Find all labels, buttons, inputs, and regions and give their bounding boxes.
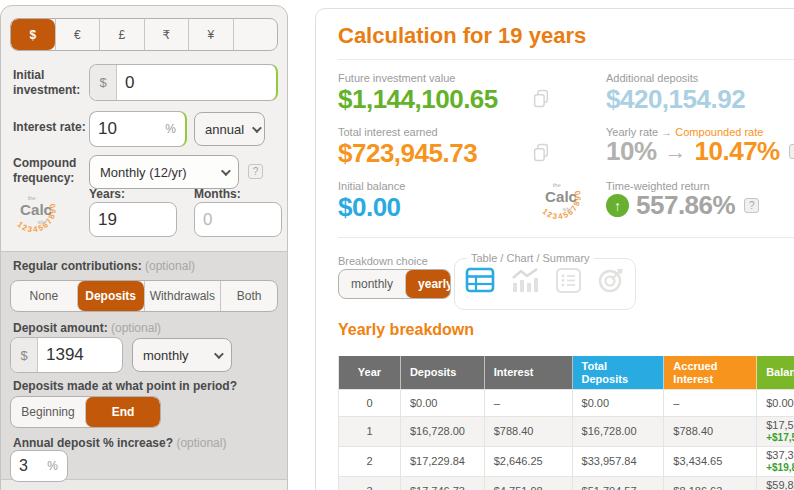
interest-rate-label: Interest rate: [13, 120, 86, 135]
percent-suffix: % [165, 122, 176, 136]
table-icon[interactable] [465, 267, 495, 294]
cell-balance: $59,891.28 +$22,498.71 [757, 477, 794, 490]
currency-tab-rupee[interactable]: ₹ [144, 19, 189, 50]
cell-year: 1 [339, 417, 401, 446]
calculator-settings-sidebar: $ € £ ₹ ¥ Initial investment: $ Interest… [0, 5, 288, 490]
cell-total-deposits: $33,957.84 [573, 447, 665, 476]
contribution-option-none[interactable]: None [11, 281, 77, 311]
cell-interest: $788.40 [485, 417, 573, 446]
cell-interest: – [485, 390, 573, 416]
months-label: Months: [194, 187, 241, 202]
cell-accrued-interest: $8,186.63 [664, 477, 757, 490]
table-row: 0 $0.00 – $0.00 – $0.00 [339, 390, 794, 417]
contribution-option-withdrawals[interactable]: Withdrawals [144, 281, 221, 311]
balance-value: $0.00 [766, 397, 794, 410]
deposit-amount-input[interactable] [38, 338, 122, 372]
time-weighted-return-help-icon[interactable]: ? [744, 198, 759, 213]
deposit-frequency-select[interactable]: monthly [132, 338, 232, 372]
initial-balance-label: Initial balance [338, 180, 405, 192]
cell-deposits: $0.00 [401, 390, 485, 416]
copy-icon[interactable] [532, 143, 551, 162]
currency-tab-pound[interactable]: £ [99, 19, 144, 50]
col-header-deposits: Deposits [401, 356, 485, 389]
time-weighted-return-value: 557.86% [636, 190, 735, 221]
currency-tab-dollar[interactable]: $ [11, 19, 55, 50]
cell-year: 3 [339, 477, 401, 490]
currency-tabs: $ € £ ₹ ¥ [10, 18, 278, 51]
additional-deposits-value: $420,154.92 [606, 84, 745, 115]
timing-option-end[interactable]: End [85, 397, 160, 427]
cell-total-deposits: $0.00 [573, 390, 665, 416]
interest-period-select[interactable]: annual [194, 112, 265, 146]
view-switcher-label: Table / Chart / Summary [467, 252, 594, 264]
currency-tab-yen[interactable]: ¥ [188, 19, 233, 50]
copy-icon[interactable] [532, 89, 551, 108]
rates-values: 10% → 10.47% ? [606, 136, 794, 167]
currency-prefix: $ [11, 338, 38, 372]
deposit-timing-label: Deposits made at what point in period? [13, 379, 283, 394]
logo-site: site [562, 206, 572, 212]
target-icon[interactable] [597, 267, 625, 294]
compound-frequency-value: Monthly (12/yr) [100, 165, 187, 180]
future-value: $1,144,100.65 [338, 84, 498, 115]
table-row: 1 $16,728.00 $788.40 $16,728.00 $788.40 … [339, 417, 794, 447]
balance-value: $59,891.28 [766, 479, 794, 490]
cell-total-deposits: $16,728.00 [573, 417, 665, 446]
logo-name: Calc [545, 188, 577, 205]
cell-year: 0 [339, 390, 401, 416]
cell-balance: $0.00 [757, 390, 794, 416]
annual-increase-input[interactable] [11, 451, 67, 481]
years-group [89, 202, 177, 237]
currency-tab-blank[interactable] [233, 19, 278, 50]
deposit-amount-label-text: Deposit amount: [13, 321, 108, 335]
future-value-label: Future investment value [338, 72, 455, 84]
col-header-balance: Balance [757, 356, 794, 389]
contribution-option-both[interactable]: Both [220, 281, 277, 311]
divider [338, 59, 794, 60]
logo-name: Calc [20, 201, 52, 218]
balance-change: +$17,516.40 [766, 432, 794, 444]
compound-frequency-select[interactable]: Monthly (12/yr) [89, 155, 239, 189]
chevron-down-icon [252, 123, 262, 133]
initial-investment-input[interactable] [117, 65, 276, 100]
interest-rate-group: % [89, 111, 187, 147]
cell-total-deposits: $51,704.57 [573, 477, 665, 490]
cell-balance: $17,516.40 +$17,516.40 [757, 417, 794, 446]
currency-tab-euro[interactable]: € [55, 19, 100, 50]
deposit-amount-label: Deposit amount: (optional) [13, 321, 161, 336]
logo-site: site [37, 219, 47, 225]
arrow-right-icon: → [665, 139, 687, 165]
cell-interest: $4,751.98 [485, 477, 573, 490]
months-input[interactable] [195, 203, 281, 236]
compound-frequency-help-icon[interactable]: ? [248, 164, 263, 179]
cell-year: 2 [339, 447, 401, 476]
years-input[interactable] [90, 203, 176, 236]
balance-value: $17,516.40 [766, 419, 794, 432]
up-arrow-icon: ↑ [606, 194, 629, 217]
table-header-row: Year Deposits Interest Total Deposits Ac… [339, 356, 794, 390]
table-row: 3 $17,746.73 $4,751.98 $51,704.57 $8,186… [339, 477, 794, 490]
compounded-rate-help-icon[interactable]: ? [789, 144, 794, 159]
summary-list-icon[interactable] [555, 267, 582, 294]
time-weighted-return-row: ↑ 557.86% ? [606, 190, 759, 221]
timing-option-beginning[interactable]: Beginning [11, 397, 85, 427]
col-header-year: Year [339, 356, 401, 389]
breakdown-yearly-option[interactable]: yearly [405, 270, 451, 298]
col-header-accrued-interest: Accrued Interest [664, 356, 757, 389]
cell-deposits: $16,728.00 [401, 417, 485, 446]
divider [338, 237, 794, 238]
breakdown-period-toggle: monthly yearly [338, 269, 451, 299]
contribution-option-deposits[interactable]: Deposits [77, 281, 144, 311]
initial-investment-group: $ [89, 64, 278, 101]
breakdown-monthly-option[interactable]: monthly [339, 270, 405, 298]
annual-increase-label-text: Annual deposit % increase? [13, 436, 173, 450]
chevron-down-icon [221, 166, 231, 176]
regular-contributions-label-text: Regular contributions: [13, 259, 142, 273]
bar-chart-icon[interactable] [510, 267, 540, 294]
optional-hint: (optional) [145, 259, 195, 273]
total-interest-label: Total interest earned [338, 126, 438, 138]
thecalcsite-logo: 1234567890 the Calc site [530, 169, 584, 223]
cell-balance: $37,392.49 +$19,876.09 [757, 447, 794, 476]
balance-value: $37,392.49 [766, 449, 794, 462]
optional-hint: (optional) [176, 436, 226, 450]
